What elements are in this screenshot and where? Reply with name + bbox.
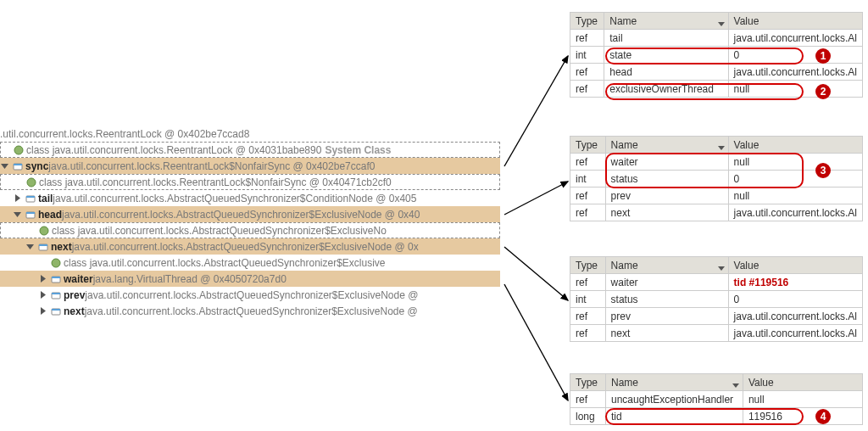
col-header-type[interactable]: Type (570, 13, 604, 30)
tree-row[interactable]: prev java.util.concurrent.locks.Abstract… (0, 287, 500, 303)
svg-line-21 (504, 284, 568, 400)
tree-node-detail: java.util.concurrent.locks.AbstractQueue… (85, 305, 418, 317)
sort-indicator-icon (718, 142, 725, 154)
tree-node-name: next (64, 305, 85, 317)
tree-root-row[interactable]: .util.concurrent.locks.ReentrantLock @ 0… (0, 126, 500, 142)
svg-rect-17 (52, 309, 60, 311)
cell-value: null (743, 391, 862, 408)
cell-name: status (605, 171, 728, 188)
cell-name: state (604, 47, 728, 64)
tree-twisty-icon[interactable] (38, 306, 47, 316)
svg-rect-5 (26, 196, 35, 198)
tree-node-detail: java.util.concurrent.locks.AbstractQueue… (53, 193, 416, 204)
field-icon (37, 241, 48, 252)
cell-value: java.util.concurrent.locks.Al (728, 325, 862, 342)
cell-value: tid #119516 (728, 274, 862, 291)
tree-row[interactable]: next java.util.concurrent.locks.Abstract… (0, 238, 500, 255)
field-icon (12, 160, 23, 171)
annotation-badge-2: 2 (815, 84, 831, 99)
tree-row[interactable]: class java.util.concurrent.locks.Reentra… (0, 174, 500, 190)
cell-type: ref (570, 204, 606, 221)
cell-type: ref (570, 308, 606, 325)
table-row[interactable]: refprevnull (570, 188, 863, 204)
cell-type: ref (570, 188, 606, 204)
col-header-type[interactable]: Type (570, 137, 606, 154)
cell-value: null (728, 154, 862, 171)
sort-indicator-icon (718, 262, 725, 274)
tree-twisty-icon (38, 258, 47, 267)
tree-row[interactable]: class java.util.concurrent.locks.Abstrac… (0, 255, 500, 271)
cell-value: java.util.concurrent.locks.Al (728, 204, 862, 221)
cell-value: 119516 (743, 408, 862, 425)
tree-row[interactable]: sync java.util.concurrent.locks.Reentran… (0, 158, 500, 174)
tree-twisty-icon[interactable] (0, 161, 9, 171)
tree-twisty-icon[interactable] (13, 210, 22, 219)
table-row[interactable]: refnextjava.util.concurrent.locks.Al (570, 204, 863, 221)
cell-type: int (570, 291, 606, 308)
svg-point-0 (14, 146, 23, 154)
cell-type: ref (570, 64, 604, 81)
tree-node-detail: java.lang.VirtualThread @ 0x4050720a7d0 (93, 273, 287, 285)
tree-node-name: waiter (64, 273, 93, 285)
col-header-value[interactable]: Value (743, 374, 862, 391)
svg-rect-2 (14, 164, 22, 165)
field-icon (50, 273, 61, 284)
col-header-type[interactable]: Type (570, 374, 606, 391)
col-header-name[interactable]: Name (604, 13, 728, 30)
tree-twisty-icon[interactable] (25, 242, 35, 251)
col-header-name[interactable]: Name (605, 137, 728, 154)
cell-type: ref (570, 391, 606, 408)
col-header-value[interactable]: Value (728, 137, 862, 154)
cell-value: java.util.concurrent.locks.Al (728, 64, 862, 81)
table-row[interactable]: refuncaughtExceptionHandlernull (570, 391, 863, 408)
field-icon (25, 209, 36, 220)
tree-row[interactable]: class java.util.concurrent.locks.Reentra… (0, 142, 500, 158)
class-icon (25, 176, 36, 188)
svg-line-19 (504, 182, 568, 215)
cell-name: waiter (605, 274, 728, 291)
tree-twisty-icon[interactable] (38, 274, 47, 283)
col-header-type[interactable]: Type (570, 257, 606, 274)
tree-node-detail: class java.util.concurrent.locks.Reentra… (26, 144, 321, 156)
tree-row[interactable]: class java.util.concurrent.locks.Abstrac… (0, 222, 500, 238)
tree-row[interactable]: tail java.util.concurrent.locks.Abstract… (0, 190, 500, 206)
col-header-value[interactable]: Value (728, 13, 862, 30)
tree-row[interactable]: next java.util.concurrent.locks.Abstract… (0, 303, 500, 319)
cell-value: 0 (728, 171, 862, 188)
tree-twisty-icon[interactable] (38, 290, 47, 299)
field-icon (25, 193, 36, 204)
cell-name: uncaughtExceptionHandler (605, 391, 743, 408)
class-icon (38, 225, 49, 236)
table-row[interactable]: refwaitertid #119516 (570, 274, 863, 291)
tree-node-detail: java.util.concurrent.locks.AbstractQueue… (72, 241, 419, 253)
tree-row[interactable]: head java.util.concurrent.locks.Abstract… (0, 206, 500, 222)
tree-node-detail: java.util.concurrent.locks.ReentrantLock… (48, 160, 375, 172)
annotation-badge-4: 4 (815, 409, 831, 424)
table-row[interactable]: reftailjava.util.concurrent.locks.Al (570, 30, 863, 47)
table-row[interactable]: refheadjava.util.concurrent.locks.Al (570, 64, 863, 81)
tree-node-name: head (38, 209, 62, 221)
tree-root-label: .util.concurrent.locks.ReentrantLock @ 0… (0, 128, 249, 140)
tree-row[interactable]: waiter java.lang.VirtualThread @ 0x40507… (0, 271, 500, 287)
sort-indicator-icon (732, 379, 739, 391)
tree-node-detail: class java.util.concurrent.locks.Reentra… (39, 176, 392, 188)
table-row[interactable]: refnextjava.util.concurrent.locks.Al (570, 325, 863, 342)
cell-name: waiter (605, 154, 728, 171)
cell-type: ref (570, 325, 606, 342)
svg-line-20 (504, 247, 568, 300)
svg-rect-7 (26, 212, 35, 214)
cell-type: ref (570, 30, 604, 47)
col-header-name[interactable]: Name (605, 374, 743, 391)
tree-twisty-icon[interactable] (13, 193, 22, 203)
cell-value: 0 (728, 47, 862, 64)
cell-name: prev (605, 308, 728, 325)
svg-rect-10 (39, 244, 47, 246)
table-row[interactable]: intstatus0 (570, 291, 863, 308)
cell-name: tail (604, 30, 728, 47)
table-row[interactable]: refprevjava.util.concurrent.locks.Al (570, 308, 863, 325)
svg-rect-15 (52, 293, 60, 294)
cell-type: int (570, 171, 606, 188)
col-header-value[interactable]: Value (728, 257, 862, 274)
col-header-name[interactable]: Name (605, 257, 728, 274)
tree-twisty-icon (1, 145, 10, 154)
